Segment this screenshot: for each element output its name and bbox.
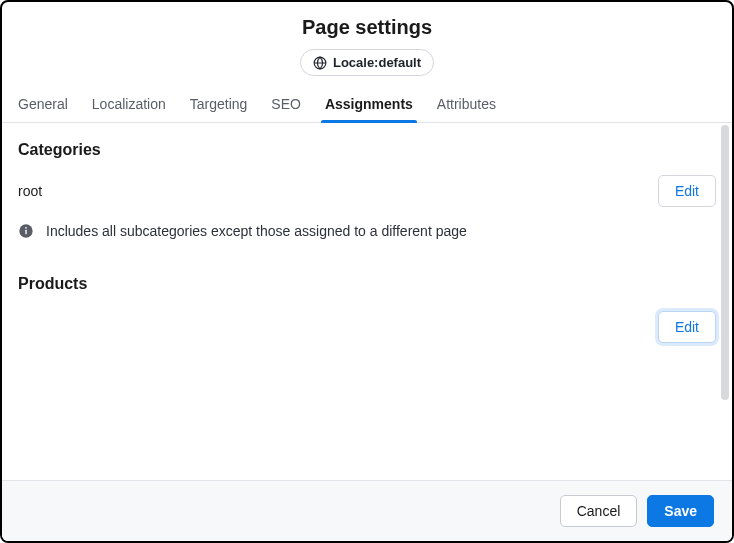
assignments-panel: Categories root Edit Includes all subcat… <box>2 123 732 343</box>
categories-edit-button[interactable]: Edit <box>658 175 716 207</box>
svg-rect-2 <box>25 230 26 235</box>
svg-point-3 <box>25 227 27 229</box>
dialog-header: Page settings Locale:default <box>2 2 732 86</box>
categories-heading: Categories <box>18 141 716 159</box>
scrollbar-thumb[interactable] <box>721 125 729 400</box>
categories-info-text: Includes all subcategories except those … <box>46 223 467 239</box>
products-edit-button[interactable]: Edit <box>658 311 716 343</box>
tab-assignments[interactable]: Assignments <box>325 86 413 122</box>
tab-targeting[interactable]: Targeting <box>190 86 248 122</box>
dialog-footer: Cancel Save <box>2 480 732 541</box>
tab-localization[interactable]: Localization <box>92 86 166 122</box>
tab-attributes[interactable]: Attributes <box>437 86 496 122</box>
products-edit-row: Edit <box>18 311 716 343</box>
locale-selector[interactable]: Locale:default <box>300 49 434 76</box>
tabs: General Localization Targeting SEO Assig… <box>2 86 732 123</box>
cancel-button[interactable]: Cancel <box>560 495 638 527</box>
save-button[interactable]: Save <box>647 495 714 527</box>
categories-value: root <box>18 183 42 199</box>
dialog-title: Page settings <box>302 16 432 39</box>
content-scroll-area: Categories root Edit Includes all subcat… <box>2 123 732 480</box>
locale-label: Locale:default <box>333 55 421 70</box>
scrollbar-track[interactable] <box>721 125 729 478</box>
globe-icon <box>313 56 327 70</box>
info-icon <box>18 223 34 239</box>
page-settings-dialog: Page settings Locale:default General Loc… <box>0 0 734 543</box>
products-heading: Products <box>18 275 716 293</box>
categories-value-row: root Edit <box>18 175 716 207</box>
categories-info-row: Includes all subcategories except those … <box>18 223 716 239</box>
tab-general[interactable]: General <box>18 86 68 122</box>
tab-seo[interactable]: SEO <box>271 86 301 122</box>
